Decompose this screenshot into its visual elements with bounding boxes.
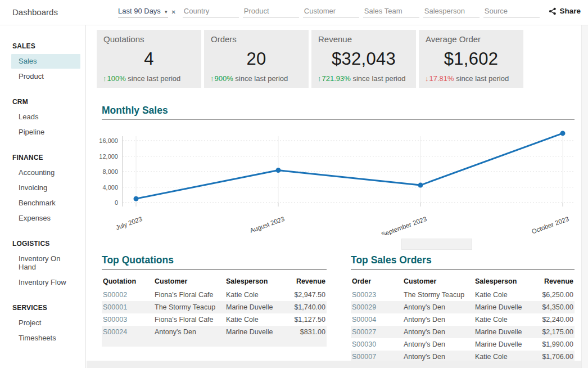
kpi-card: Quotations 4 ↑100% since last period xyxy=(97,30,201,88)
quotation-link[interactable]: S00024 xyxy=(102,326,153,338)
salesperson-cell: Marine Duvelle xyxy=(474,301,536,313)
column-header: Customer xyxy=(402,275,474,289)
svg-text:0: 0 xyxy=(115,199,118,206)
kpi-value: 20 xyxy=(210,44,303,74)
kpi-card: Revenue $32,043 ↑721.93% since last peri… xyxy=(311,30,416,88)
caret-down-icon: ▾ xyxy=(165,9,168,15)
kpi-card: Orders 20 ↑900% since last period xyxy=(204,30,309,88)
table-row: S00027 Antony's Den Marine Duvelle $2,17… xyxy=(351,326,575,338)
salesperson-cell: Katie Cole xyxy=(474,289,536,301)
trend-arrow-icon: ↑ xyxy=(210,74,214,83)
kpi-card: Average Order $1,602 ↓17.81% since last … xyxy=(419,30,523,88)
quotation-link[interactable]: S00003 xyxy=(102,313,153,326)
sidebar-item[interactable]: Sales xyxy=(11,54,80,69)
monthly-sales-chart-wrap: 04,0008,00012,00016,000July 2023August 2… xyxy=(99,124,577,235)
date-filter-label: Last 90 Days xyxy=(118,7,161,15)
trend-arrow-icon: ↑ xyxy=(318,74,322,83)
date-filter-facet[interactable]: Last 90 Days ▾ xyxy=(118,5,168,18)
sidebar-item[interactable]: Invoicing xyxy=(11,181,80,195)
title-underline xyxy=(102,119,575,120)
vertical-scrollbar[interactable] xyxy=(581,25,588,368)
order-link[interactable]: S00023 xyxy=(351,289,402,301)
customer-cell: Fiona's Floral Cafe xyxy=(153,289,225,301)
kpi-value: $32,043 xyxy=(317,44,410,74)
svg-text:July 2023: July 2023 xyxy=(115,216,143,231)
monthly-sales-chart: 04,0008,00012,00016,000July 2023August 2… xyxy=(99,124,577,235)
sidebar-item[interactable]: Accounting xyxy=(11,165,80,180)
revenue-cell: $2,947.50 xyxy=(290,289,327,301)
sidebar-section: SALES Sales Product xyxy=(0,42,85,84)
salesperson-cell: Marine Duvelle xyxy=(474,338,536,351)
revenue-cell: $1,740.00 xyxy=(290,301,327,313)
order-link[interactable]: S00029 xyxy=(351,301,402,313)
sidebar-item[interactable]: Leads xyxy=(11,110,80,124)
table-header-row: Quotation Customer Salesperson Revenue xyxy=(102,275,327,289)
customer-cell: Antony's Den xyxy=(153,326,225,338)
customer-filter-input[interactable] xyxy=(303,5,359,18)
column-header: Customer xyxy=(153,275,225,289)
order-link[interactable]: S00004 xyxy=(351,313,402,326)
kpi-delta-percent: 100% xyxy=(107,74,126,83)
sidebar-item[interactable]: Pipeline xyxy=(11,125,80,140)
sales-team-filter-input[interactable] xyxy=(363,5,419,18)
top-sales-orders-table: Order Customer Salesperson Revenue S0002… xyxy=(351,275,575,363)
sidebar-item[interactable]: Project xyxy=(11,316,80,330)
top-quotations-title: Top Quotations xyxy=(102,254,327,266)
table-row: S00002 Fiona's Floral Cafe Katie Cole $2… xyxy=(102,289,327,301)
kpi-delta-percent: 900% xyxy=(215,74,233,83)
trend-arrow-icon: ↓ xyxy=(425,74,429,83)
kpi-delta-percent: 721.93% xyxy=(322,74,351,83)
revenue-cell: $4,350.00 xyxy=(536,301,575,313)
sidebar-item[interactable]: Inventory Flow xyxy=(11,275,80,290)
order-link[interactable]: S00030 xyxy=(351,338,402,351)
order-link[interactable]: S00027 xyxy=(351,326,402,338)
share-button-label: Share xyxy=(559,7,581,15)
table-row: S00004 Antony's Den Katie Cole $2,240.00 xyxy=(351,313,575,326)
kpi-delta-percent: 17.81% xyxy=(429,74,454,83)
table-row: S00023 The Stormy Teacup Katie Cole $6,2… xyxy=(351,289,575,301)
salesperson-cell: Katie Cole xyxy=(225,289,290,301)
sidebar-item[interactable]: Inventory On Hand xyxy=(11,252,80,275)
kpi-delta-suffix: since last period xyxy=(233,74,288,83)
sidebar-item[interactable]: Benchmark xyxy=(11,196,80,210)
column-header: Revenue xyxy=(290,275,327,289)
svg-text:16,000: 16,000 xyxy=(99,137,118,144)
customer-cell: Antony's Den xyxy=(402,313,474,326)
country-filter-input[interactable] xyxy=(183,5,239,18)
table-row: S00030 Antony's Den Marine Duvelle $1,99… xyxy=(351,338,575,351)
sidebar-item[interactable]: Expenses xyxy=(11,211,80,226)
table-row: S00003 Fiona's Floral Cafe Katie Cole $1… xyxy=(102,313,327,326)
kpi-delta: ↑100% since last period xyxy=(102,74,196,83)
kpi-label: Average Order xyxy=(424,34,518,44)
source-filter-input[interactable] xyxy=(483,5,540,18)
clear-filter-icon[interactable]: ✕ xyxy=(171,9,175,15)
sidebar-item[interactable]: Product xyxy=(11,69,80,84)
customer-cell: Antony's Den xyxy=(402,326,474,338)
top-bar: Dashboards Last 90 Days ▾ ✕ Share xyxy=(0,0,588,25)
sidebar-section: SERVICES Project Timesheets xyxy=(0,304,85,345)
share-button[interactable]: Share xyxy=(549,7,581,15)
kpi-label: Orders xyxy=(210,34,303,44)
chart-scrollbar-thumb[interactable] xyxy=(401,239,472,250)
table-row: S00029 Antony's Den Marine Duvelle $4,35… xyxy=(351,301,575,313)
quotation-link[interactable]: S00002 xyxy=(102,289,153,301)
svg-text:October 2023: October 2023 xyxy=(531,216,570,235)
kpi-cards: Quotations 4 ↑100% since last period Ord… xyxy=(97,30,523,88)
column-header: Order xyxy=(351,275,402,289)
salesperson-cell: Marine Duvelle xyxy=(474,326,536,338)
revenue-cell: $1,127.50 xyxy=(290,313,327,326)
column-header: Salesperson xyxy=(225,275,290,289)
product-filter-input[interactable] xyxy=(243,5,299,18)
sidebar-sections: SALES Sales Product CRM Leads Pipe xyxy=(0,42,85,345)
title-underline xyxy=(351,269,575,270)
app-title: Dashboards xyxy=(12,7,58,17)
top-quotations-block: Top Quotations Quotation Customer Salesp… xyxy=(102,254,327,363)
customer-cell: Antony's Den xyxy=(402,338,474,351)
title-underline xyxy=(102,269,327,270)
empty-table-row xyxy=(102,338,327,347)
kpi-delta-suffix: since last period xyxy=(351,74,406,83)
salesperson-filter-input[interactable] xyxy=(423,5,480,18)
sidebar-section: LOGISTICS Inventory On Hand Inventory Fl… xyxy=(0,240,85,290)
quotation-link[interactable]: S00001 xyxy=(102,301,153,313)
sidebar-item[interactable]: Timesheets xyxy=(11,331,80,345)
